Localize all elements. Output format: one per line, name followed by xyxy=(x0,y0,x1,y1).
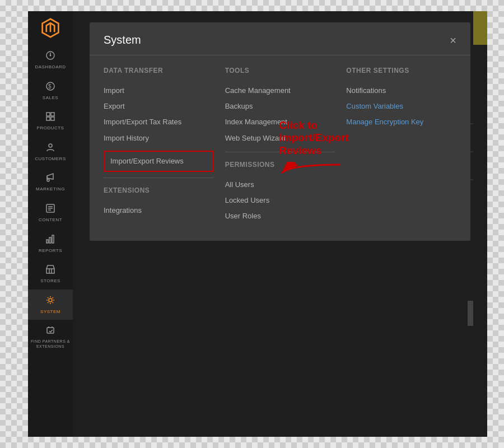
sidebar-item-find-partners[interactable]: FIND PARTNERS & EXTENSIONS xyxy=(28,320,73,354)
extensions-title: Extensions xyxy=(104,186,214,194)
sidebar-item-label: MARKETING xyxy=(36,186,65,192)
svg-rect-18 xyxy=(52,235,54,243)
tools-title: Tools xyxy=(225,67,335,74)
svg-point-10 xyxy=(49,144,52,147)
svg-text:$: $ xyxy=(48,83,52,90)
annotation-container: Click to Import/Export Reviews xyxy=(346,164,456,185)
menu-item-import-history[interactable]: Import History xyxy=(104,130,214,146)
customers-icon xyxy=(45,142,55,154)
sidebar-item-marketing[interactable]: MARKETING xyxy=(28,167,73,198)
sidebar-logo xyxy=(28,11,73,45)
sidebar-item-label: REPORTS xyxy=(39,248,62,254)
reports-icon xyxy=(45,234,55,246)
modal-overlay: System × Data Transfer Import Export Imp… xyxy=(73,11,487,437)
menu-item-import-export-reviews[interactable]: Import/Export Reviews xyxy=(110,156,207,166)
menu-column-3: Other Settings Notifications Custom Vari… xyxy=(346,67,456,224)
modal-body: Data Transfer Import Export Import/Expor… xyxy=(90,55,470,241)
sidebar-item-sales[interactable]: $ SALES xyxy=(28,76,73,106)
sidebar-item-label: STORES xyxy=(40,278,60,284)
menu-item-import[interactable]: Import xyxy=(104,83,214,99)
magento-logo-icon xyxy=(40,18,60,38)
system-modal: System × Data Transfer Import Export Imp… xyxy=(90,22,470,241)
sidebar-item-label: SALES xyxy=(43,95,58,101)
sidebar: DASHBOARD $ SALES PRODUCTS CUSTOMERS xyxy=(28,11,73,437)
sidebar-item-customers[interactable]: CUSTOMERS xyxy=(28,137,73,167)
annotation-arrow-icon xyxy=(279,162,346,181)
main-container: DASHBOARD $ SALES PRODUCTS CUSTOMERS xyxy=(28,11,487,437)
content-icon xyxy=(45,203,55,215)
import-export-reviews-box: Import/Export Reviews xyxy=(104,151,214,172)
system-icon xyxy=(45,295,55,307)
marketing-icon xyxy=(45,172,55,184)
sidebar-item-label: DASHBOARD xyxy=(35,64,66,70)
modal-header: System × xyxy=(90,22,470,55)
annotation: Click to Import/Export Reviews xyxy=(346,164,456,185)
menu-item-user-roles[interactable]: User Roles xyxy=(225,208,335,224)
svg-point-3 xyxy=(50,55,52,57)
sidebar-item-stores[interactable]: STORES xyxy=(28,259,73,290)
menu-column-1: Data Transfer Import Export Import/Expor… xyxy=(104,67,214,224)
svg-rect-6 xyxy=(46,113,50,116)
svg-point-22 xyxy=(49,298,52,302)
menu-item-custom-variables[interactable]: Custom Variables xyxy=(346,99,456,114)
menu-section-data-transfer: Data Transfer Import Export Import/Expor… xyxy=(104,67,214,172)
sales-icon: $ xyxy=(45,81,55,93)
sidebar-item-system[interactable]: SYSTEM xyxy=(28,290,73,320)
svg-rect-7 xyxy=(51,113,54,116)
svg-rect-19 xyxy=(46,269,54,273)
menu-item-export[interactable]: Export xyxy=(104,99,214,114)
menu-item-locked-users[interactable]: Locked Users xyxy=(225,193,335,208)
sidebar-item-label: SYSTEM xyxy=(40,309,60,315)
content-area: System × Data Transfer Import Export Imp… xyxy=(73,11,487,437)
svg-rect-17 xyxy=(49,237,51,243)
other-settings-title: Other Settings xyxy=(346,67,456,74)
arrow-wrapper xyxy=(279,162,385,185)
menu-section-extensions: Extensions Integrations xyxy=(104,186,214,218)
menu-item-integrations[interactable]: Integrations xyxy=(104,203,214,218)
modal-close-button[interactable]: × xyxy=(450,35,456,46)
sidebar-item-label: CUSTOMERS xyxy=(35,156,66,162)
sidebar-item-dashboard[interactable]: DASHBOARD xyxy=(28,45,73,76)
sidebar-item-label: CONTENT xyxy=(39,217,62,223)
section-divider xyxy=(104,178,214,178)
menu-item-backups[interactable]: Backups xyxy=(225,99,335,114)
svg-rect-9 xyxy=(51,117,54,120)
sidebar-item-label: PRODUCTS xyxy=(37,125,64,131)
products-icon xyxy=(45,111,55,123)
svg-rect-8 xyxy=(46,117,50,120)
sidebar-item-content[interactable]: CONTENT xyxy=(28,198,73,228)
sidebar-item-label: FIND PARTNERS & EXTENSIONS xyxy=(31,339,70,349)
modal-title: System xyxy=(104,34,141,46)
menu-item-notifications[interactable]: Notifications xyxy=(346,83,456,99)
svg-rect-16 xyxy=(46,240,48,243)
find-partners-icon xyxy=(45,325,55,337)
stores-icon xyxy=(45,264,55,276)
sidebar-item-products[interactable]: PRODUCTS xyxy=(28,106,73,137)
sidebar-item-reports[interactable]: REPORTS xyxy=(28,228,73,259)
menu-item-cache-management[interactable]: Cache Management xyxy=(225,83,335,99)
data-transfer-title: Data Transfer xyxy=(104,67,214,74)
svg-point-11 xyxy=(47,179,49,181)
menu-item-import-export-tax[interactable]: Import/Export Tax Rates xyxy=(104,114,214,130)
dashboard-icon xyxy=(45,50,55,62)
annotation-text: Click to Import/Export Reviews xyxy=(279,119,385,185)
